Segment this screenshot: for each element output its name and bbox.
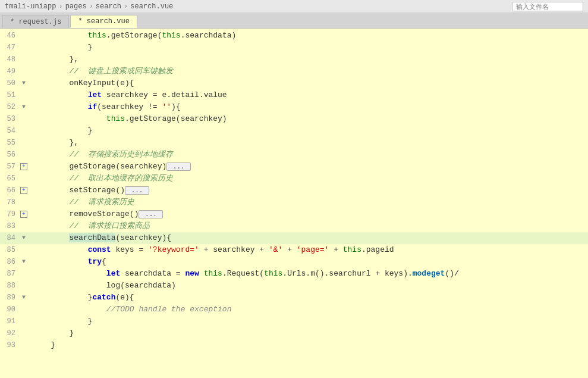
fold-toggle: [19, 339, 29, 351]
line-content: removeStorage() ...: [29, 208, 588, 220]
line-number: 90: [0, 304, 19, 315]
line-content: if(searchkey != ''){: [29, 101, 588, 113]
line-content: onKeyInput(e){: [29, 77, 588, 89]
line-number: 50: [0, 77, 19, 89]
line-content: // 存储搜索历史到本地缓存: [29, 149, 588, 161]
line-number: 84: [0, 232, 19, 244]
fold-toggle[interactable]: ▼: [19, 256, 29, 268]
code-line: 90 //TODO handle the exception: [0, 304, 588, 315]
fold-toggle: [19, 113, 29, 125]
code-line: 84▼ searchData(searchkey){: [0, 232, 588, 244]
code-line: 65 // 取出本地缓存的搜索历史: [0, 173, 588, 185]
fold-toggle[interactable]: ▼: [19, 232, 29, 244]
code-line: 57+ getStorage(searchkey) ...: [0, 161, 588, 173]
code-line: 47 }: [0, 42, 588, 54]
code-line: 46 this.getStorage(this.searchdata): [0, 30, 588, 42]
line-content: searchData(searchkey){: [29, 232, 588, 244]
code-line: 83 // 请求接口搜索商品: [0, 220, 588, 232]
file-search-input[interactable]: [512, 2, 583, 11]
code-line: 54 }: [0, 125, 588, 137]
breadcrumb-part-2: pages: [65, 2, 87, 11]
line-content: getStorage(searchkey) ...: [29, 161, 588, 173]
line-number: 47: [0, 42, 19, 54]
code-line: 79+ removeStorage() ...: [0, 208, 588, 220]
line-number: 66: [0, 185, 19, 196]
line-content: }: [29, 125, 588, 137]
line-content: }catch(e){: [29, 292, 588, 304]
fold-toggle[interactable]: +: [19, 185, 29, 196]
breadcrumb: tmali-uniapp › pages › search › search.v…: [5, 2, 173, 11]
line-number: 88: [0, 280, 19, 292]
fold-toggle[interactable]: +: [19, 208, 29, 220]
line-number: 79: [0, 208, 19, 220]
line-content: // 请求接口搜索商品: [29, 220, 588, 232]
top-bar: tmali-uniapp › pages › search › search.v…: [0, 0, 588, 13]
line-content: this.getStorage(this.searchdata): [29, 30, 588, 42]
line-number: 86: [0, 256, 19, 268]
line-number: 92: [0, 327, 19, 339]
code-line: 93 }: [0, 339, 588, 351]
line-number: 56: [0, 149, 19, 161]
line-content: }: [29, 42, 588, 54]
line-content: }: [29, 339, 588, 351]
fold-toggle: [19, 149, 29, 161]
code-lines: 46 this.getStorage(this.searchdata)47 }4…: [0, 29, 588, 378]
line-content: log(searchdata): [29, 280, 588, 292]
fold-toggle: [19, 65, 29, 77]
fold-toggle: [19, 220, 29, 232]
fold-toggle[interactable]: ▼: [19, 292, 29, 304]
code-line: 50▼ onKeyInput(e){: [0, 77, 588, 89]
line-content: },: [29, 54, 588, 65]
line-number: 83: [0, 220, 19, 232]
fold-toggle: [19, 268, 29, 280]
line-content: const keys = '?keyword=' + searchkey + '…: [29, 244, 588, 256]
line-content: },: [29, 137, 588, 149]
breadcrumb-part-1: tmali-uniapp: [5, 2, 56, 11]
line-number: 93: [0, 339, 19, 351]
fold-toggle: [19, 244, 29, 256]
code-line: 53 this.getStorage(searchkey): [0, 113, 588, 125]
breadcrumb-sep-2: ›: [89, 2, 93, 11]
line-number: 54: [0, 125, 19, 137]
code-line: 48 },: [0, 54, 588, 65]
line-number: 85: [0, 244, 19, 256]
fold-toggle: [19, 304, 29, 315]
fold-toggle: [19, 137, 29, 149]
tab-bar: * request.js * search.vue: [0, 13, 588, 29]
fold-toggle: [19, 315, 29, 327]
fold-toggle: [19, 196, 29, 208]
fold-toggle: [19, 30, 29, 42]
line-number: 46: [0, 30, 19, 42]
fold-toggle[interactable]: +: [19, 161, 29, 173]
fold-toggle[interactable]: ▼: [19, 77, 29, 89]
code-line: 55 },: [0, 137, 588, 149]
fold-toggle: [19, 125, 29, 137]
line-number: 78: [0, 196, 19, 208]
code-line: 87 let searchdata = new this.Request(thi…: [0, 268, 588, 280]
code-line: 88 log(searchdata): [0, 280, 588, 292]
line-content: // 取出本地缓存的搜索历史: [29, 173, 588, 185]
fold-toggle: [19, 173, 29, 185]
fold-toggle: [19, 280, 29, 292]
line-number: 52: [0, 101, 19, 113]
tab-search-vue[interactable]: * search.vue: [70, 15, 137, 28]
editor: 46 this.getStorage(this.searchdata)47 }4…: [0, 29, 588, 378]
line-number: 55: [0, 137, 19, 149]
line-content: }: [29, 315, 588, 327]
fold-toggle[interactable]: ▼: [19, 101, 29, 113]
fold-toggle: [19, 54, 29, 65]
fold-toggle: [19, 42, 29, 54]
code-line: 49 // 键盘上搜索或回车键触发: [0, 65, 588, 77]
line-number: 53: [0, 113, 19, 125]
line-content: this.getStorage(searchkey): [29, 113, 588, 125]
line-number: 49: [0, 65, 19, 77]
line-content: let searchkey = e.detail.value: [29, 89, 588, 101]
tab-request-js[interactable]: * request.js: [2, 15, 69, 28]
breadcrumb-part-4: search.vue: [130, 2, 173, 11]
line-number: 48: [0, 54, 19, 65]
code-line: 51 let searchkey = e.detail.value: [0, 89, 588, 101]
line-content: let searchdata = new this.Request(this.U…: [29, 268, 588, 280]
line-content: }: [29, 327, 588, 339]
line-content: // 请求搜索历史: [29, 196, 588, 208]
breadcrumb-part-3: search: [96, 2, 121, 11]
